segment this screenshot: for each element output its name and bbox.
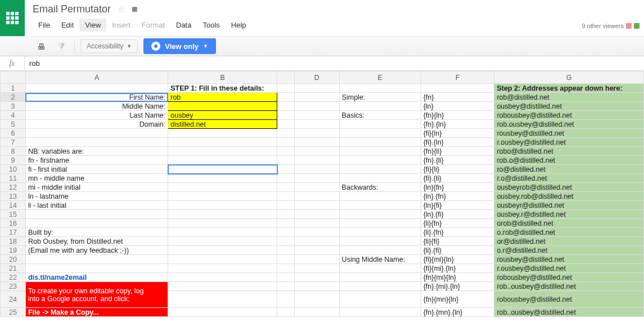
row-header[interactable]: 5 bbox=[1, 120, 26, 129]
cell[interactable]: {fn} bbox=[421, 93, 494, 102]
cell[interactable]: Step 2: Addresses appear down here: bbox=[494, 84, 644, 93]
other-viewers[interactable]: 9 other viewers bbox=[582, 23, 640, 29]
row-header[interactable]: 7 bbox=[1, 138, 26, 147]
row-header[interactable]: 25 bbox=[1, 308, 26, 317]
cell[interactable]: robousbey@distilled.net bbox=[494, 273, 644, 282]
cell[interactable]: {ln}{fi} bbox=[421, 201, 494, 210]
cell[interactable]: NB: variables are: bbox=[25, 147, 168, 156]
spreadsheet-grid[interactable]: A B D E F G 1STEP 1: Fill in these detai… bbox=[0, 71, 644, 331]
row-header[interactable]: 6 bbox=[1, 129, 26, 138]
cell[interactable]: robo@distilled.net bbox=[494, 147, 644, 156]
cell[interactable]: robousbey@distilled.net bbox=[494, 291, 644, 308]
cell[interactable]: rob..ousbey@distilled.net bbox=[494, 308, 644, 317]
col-header-F[interactable]: F bbox=[421, 71, 494, 84]
row-header[interactable]: 22 bbox=[1, 273, 26, 282]
active-cell[interactable] bbox=[168, 165, 277, 174]
cell[interactable]: ousbeyr@distilled.net bbox=[494, 201, 644, 210]
cell[interactable]: To create your own editable copy, logint… bbox=[25, 282, 168, 308]
cell[interactable]: r.ousbey@distilled.net bbox=[494, 138, 644, 147]
print-icon[interactable]: 🖶 bbox=[34, 39, 49, 53]
cell[interactable]: {fn}{li} bbox=[421, 147, 494, 156]
cell[interactable]: ousbey bbox=[168, 111, 277, 120]
col-header-C[interactable] bbox=[277, 71, 295, 84]
folder-icon[interactable]: ■ bbox=[132, 3, 138, 15]
cell[interactable]: distilled.net bbox=[168, 120, 277, 129]
cell[interactable]: Last Name: bbox=[25, 111, 168, 120]
cell[interactable]: {li}{fi} bbox=[421, 237, 494, 246]
cell[interactable]: {fn}{ln} bbox=[421, 111, 494, 120]
cell[interactable]: Backwards: bbox=[339, 183, 421, 192]
row-header[interactable]: 1 bbox=[1, 84, 26, 93]
cell[interactable]: {li}.{fn} bbox=[421, 228, 494, 237]
cell[interactable]: Built by: bbox=[25, 228, 168, 237]
cell[interactable]: li - last initial bbox=[25, 201, 168, 210]
cell[interactable]: {ln}.{fi} bbox=[421, 210, 494, 219]
cell[interactable]: r.ousbey@distilled.net bbox=[494, 264, 644, 273]
row-header[interactable]: 20 bbox=[1, 255, 26, 264]
cell[interactable]: rob.o@distilled.net bbox=[494, 156, 644, 165]
cell[interactable]: Rob Ousbey, from Distilled.net bbox=[25, 237, 168, 246]
cell[interactable]: First Name: bbox=[25, 93, 168, 102]
view-only-button[interactable]: View only ▼ bbox=[143, 38, 216, 54]
cell[interactable]: rob@distilled.net bbox=[494, 93, 644, 102]
row-header[interactable]: 14 bbox=[1, 201, 26, 210]
col-header-A[interactable]: A bbox=[25, 71, 168, 84]
cell[interactable]: mi - middle initial bbox=[25, 183, 168, 192]
cell[interactable] bbox=[25, 84, 168, 93]
menu-view[interactable]: View bbox=[79, 19, 106, 32]
row-header[interactable]: 4 bbox=[1, 111, 26, 120]
cell[interactable]: ousbey.rob@distilled.net bbox=[494, 192, 644, 201]
cell[interactable]: {ln}{fn} bbox=[421, 183, 494, 192]
cell[interactable]: {fn}.{mi}.{ln} bbox=[421, 282, 494, 291]
sheets-logo[interactable] bbox=[0, 0, 25, 36]
row-header[interactable]: 8 bbox=[1, 147, 26, 156]
col-header-E[interactable]: E bbox=[339, 71, 421, 84]
cell[interactable]: {ln} bbox=[421, 102, 494, 111]
cell[interactable] bbox=[168, 102, 277, 111]
cell[interactable]: or@distilled.net bbox=[494, 237, 644, 246]
cell[interactable]: mn - middle name bbox=[25, 174, 168, 183]
cell[interactable]: {fn}{mi}{ln} bbox=[421, 273, 494, 282]
row-header[interactable]: 12 bbox=[1, 183, 26, 192]
cell[interactable]: rousbey@distilled.net bbox=[494, 129, 644, 138]
cell[interactable]: STEP 1: Fill in these details: bbox=[168, 84, 277, 93]
cell[interactable]: ousbey.r@distilled.net bbox=[494, 210, 644, 219]
cell[interactable]: rob bbox=[168, 93, 277, 102]
cell[interactable]: File -> Make a Copy... bbox=[25, 308, 168, 317]
cell[interactable]: ousbeyrob@distilled.net bbox=[494, 183, 644, 192]
cell[interactable]: rousbey@distilled.net bbox=[494, 255, 644, 264]
select-all-corner[interactable] bbox=[1, 71, 26, 84]
cell-link[interactable]: dis.tl/name2email bbox=[25, 273, 168, 282]
cell[interactable]: {fi}{ln} bbox=[421, 129, 494, 138]
cell[interactable]: Simple: bbox=[339, 93, 421, 102]
cell[interactable]: {fn}{mn}{ln} bbox=[421, 291, 494, 308]
row-header[interactable]: 24 bbox=[1, 291, 26, 308]
row-header[interactable]: 17 bbox=[1, 228, 26, 237]
cell[interactable]: {fi}{mi}.{ln} bbox=[421, 264, 494, 273]
menu-tools[interactable]: Tools bbox=[197, 19, 225, 32]
cell[interactable]: {fi}.{li} bbox=[421, 174, 494, 183]
menu-help[interactable]: Help bbox=[226, 19, 252, 32]
menu-file[interactable]: File bbox=[33, 19, 56, 32]
menu-data[interactable]: Data bbox=[170, 19, 197, 32]
cell[interactable]: Using Middle Name: bbox=[339, 255, 421, 264]
row-header[interactable]: 16 bbox=[1, 219, 26, 228]
row-header[interactable]: 19 bbox=[1, 246, 26, 255]
cell[interactable]: o.r@distilled.net bbox=[494, 246, 644, 255]
row-header[interactable]: 11 bbox=[1, 174, 26, 183]
cell[interactable]: Domain: bbox=[25, 120, 168, 129]
row-header[interactable]: 9 bbox=[1, 156, 26, 165]
col-header-B[interactable]: B bbox=[168, 71, 277, 84]
cell[interactable]: Basics: bbox=[339, 111, 421, 120]
doc-title[interactable]: Email Permutator bbox=[33, 3, 111, 15]
cell[interactable]: {fn}.{mn}.{ln} bbox=[421, 308, 494, 317]
formula-input[interactable]: rob bbox=[25, 59, 644, 68]
col-header-G[interactable]: G bbox=[494, 71, 644, 84]
cell[interactable]: {fn}.{li} bbox=[421, 156, 494, 165]
cell[interactable]: {ln}.{fn} bbox=[421, 192, 494, 201]
cell[interactable]: o.rob@distilled.net bbox=[494, 228, 644, 237]
column-headers[interactable]: A B D E F G bbox=[1, 71, 644, 84]
row-header[interactable]: 10 bbox=[1, 165, 26, 174]
cell[interactable]: rob.ousbey@distilled.net bbox=[494, 120, 644, 129]
star-icon[interactable]: ☆ bbox=[118, 5, 125, 15]
